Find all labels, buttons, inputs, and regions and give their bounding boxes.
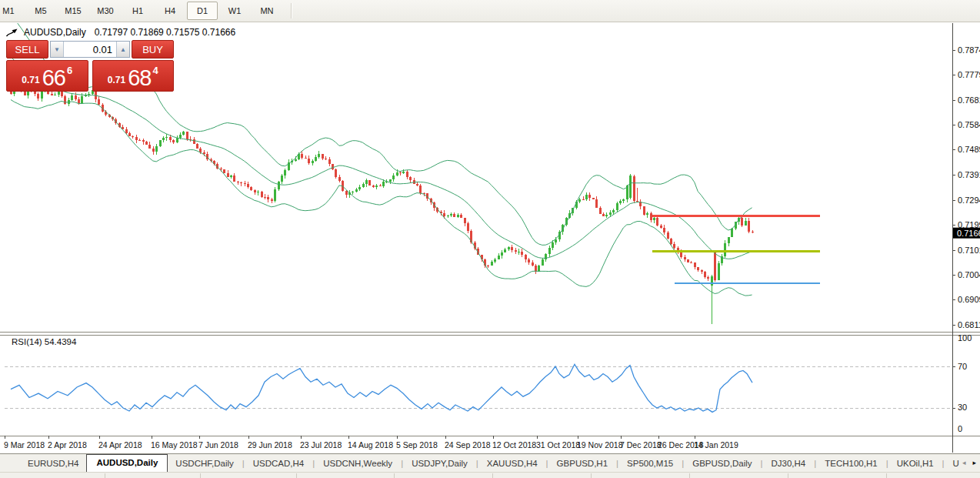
candle-up [538, 266, 540, 272]
timeframe-button-h1[interactable]: H1 [122, 2, 153, 20]
lot-size-value[interactable]: 0.01 [64, 42, 116, 57]
tab-eurusd-h4[interactable]: EURUSD,H4 [20, 456, 86, 470]
date-axis-label: 31 Oct 2018 [536, 440, 580, 450]
date-axis-label: 16 May 2018 [151, 440, 198, 450]
status-strip-divider [296, 473, 297, 478]
price-axis-label: 0.70040 [958, 270, 980, 279]
candle-down [305, 158, 307, 159]
tab-sp500-m15[interactable]: SP500,M15 [619, 456, 681, 470]
candle-down [416, 184, 418, 186]
candle-up [54, 95, 56, 95]
sell-button[interactable]: SELL [6, 40, 48, 58]
status-strip-divider [886, 473, 887, 478]
tab-xauusd-h4[interactable]: XAUUSD,H4 [479, 456, 545, 470]
candle-up [389, 179, 392, 182]
tab-tech100-h1[interactable]: TECH100,H1 [817, 456, 885, 470]
tab-gbpusd-daily[interactable]: GBPUSD,Daily [685, 456, 759, 470]
candle-down [525, 255, 527, 260]
candle-down [752, 232, 754, 232]
candle-down [233, 175, 235, 182]
candle-up [616, 203, 618, 210]
candle-up [518, 252, 520, 252]
candle-down [467, 223, 469, 230]
price-axis-label: 0.75840 [958, 120, 980, 129]
candle-down [227, 173, 229, 177]
date-axis-label: 24 Sep 2018 [445, 440, 491, 450]
lot-decrease-button[interactable]: ▼ [51, 42, 64, 57]
candle-down [602, 214, 605, 216]
candle-up [278, 182, 280, 189]
candle-down [261, 192, 263, 196]
candle-up [382, 182, 385, 186]
candle-down [701, 270, 703, 272]
candle-down [673, 244, 675, 248]
tab-audusd-daily[interactable]: AUDUSD,Daily [86, 454, 168, 472]
status-strip-divider [689, 473, 690, 478]
timeframe-button-m1[interactable]: M1 [0, 2, 24, 20]
candle-up [501, 252, 503, 256]
candle-down [264, 197, 266, 198]
candle-up [612, 210, 615, 212]
candle-down [335, 169, 337, 177]
candle-down [98, 99, 100, 105]
buy-price-box[interactable]: 0.71 68 4 [92, 60, 175, 92]
candle-down [338, 177, 341, 181]
candle-up [155, 146, 158, 152]
candle-up [257, 192, 259, 192]
buy-price-pip: 4 [152, 65, 158, 76]
tab-dj30-h4[interactable]: DJ30,H4 [764, 456, 814, 470]
tab-usdcad-h4[interactable]: USDCAD,H4 [245, 456, 312, 470]
timeframe-button-mn[interactable]: MN [252, 2, 282, 20]
candle-down [152, 149, 155, 152]
candle-down [196, 144, 198, 149]
chart-window: 0.787400.777900.768150.758400.748900.739… [0, 22, 980, 454]
candle-down [223, 169, 225, 172]
one-click-trade-panel: SELL ▼ 0.01 ▲ BUY 0.71 66 6 0.71 68 4 [6, 40, 174, 92]
buy-button[interactable]: BUY [132, 40, 174, 58]
price-axis-label: 0.69090 [958, 295, 980, 304]
candle-up [365, 180, 368, 184]
candle-down [368, 180, 371, 186]
candle-down [75, 95, 77, 99]
candle-up [41, 92, 43, 99]
candle-down [254, 190, 256, 192]
tab-ukoil-h1[interactable]: UKOil,H1 [889, 456, 942, 470]
candle-down [37, 94, 39, 99]
candle-up [450, 214, 452, 216]
tab-usdchf-daily[interactable]: USDCHF,Daily [168, 456, 241, 470]
timeframe-button-d1[interactable]: D1 [187, 2, 218, 20]
candle-down [172, 140, 175, 142]
tab-scroll-right-icon[interactable]: ▸ [972, 459, 976, 466]
candle-up [542, 259, 544, 265]
timeframe-button-w1[interactable]: W1 [219, 2, 250, 20]
timeframe-button-m5[interactable]: M5 [25, 2, 56, 20]
lot-increase-button[interactable]: ▲ [116, 42, 129, 57]
candle-up [498, 256, 500, 259]
candle-down [332, 164, 334, 169]
candle-down [643, 206, 645, 215]
candle-down [244, 183, 246, 184]
tab-usdjpy-daily[interactable]: USDJPY,Daily [404, 456, 475, 470]
date-axis-label: 2 Apr 2018 [48, 440, 87, 450]
candle-up [745, 221, 747, 226]
timeframe-button-m30[interactable]: M30 [90, 2, 121, 20]
tab-gbpusd-h1[interactable]: GBPUSD,H1 [549, 456, 615, 470]
candle-down [443, 213, 445, 216]
candle-up [182, 132, 185, 135]
current-price-label: 0.71666 [957, 229, 980, 238]
candle-down [271, 199, 273, 201]
candle-down [301, 154, 303, 158]
timeframe-button-h4[interactable]: H4 [155, 2, 185, 20]
candle-up [352, 192, 354, 193]
sell-price-box[interactable]: 0.71 66 6 [6, 60, 88, 92]
tab-scroll-left-icon[interactable]: ◂ [962, 459, 966, 466]
candle-up [396, 172, 398, 175]
candle-down [345, 191, 348, 195]
tab-scroll-arrows: ◂ ▸ [962, 459, 976, 466]
candle-down [51, 94, 53, 95]
candle-down [24, 92, 26, 95]
status-strip-divider [591, 473, 592, 478]
candle-down [419, 186, 422, 193]
tab-usdcnh-weekly[interactable]: USDCNH,Weekly [315, 456, 400, 470]
timeframe-button-m15[interactable]: M15 [58, 2, 88, 20]
